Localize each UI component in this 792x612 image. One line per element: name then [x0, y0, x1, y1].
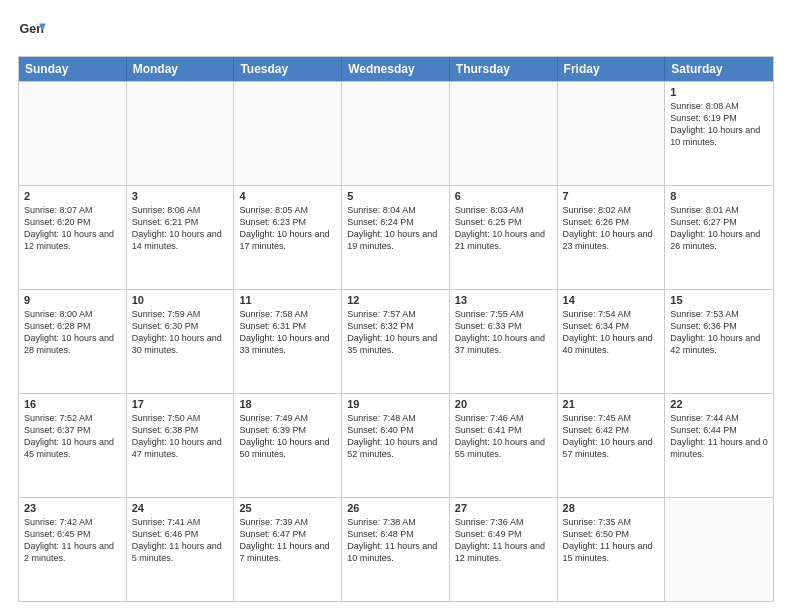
- day-number: 15: [670, 294, 768, 306]
- day-number: 26: [347, 502, 444, 514]
- day-number: 13: [455, 294, 552, 306]
- calendar-cell: 21Sunrise: 7:45 AM Sunset: 6:42 PM Dayli…: [558, 394, 666, 497]
- calendar-cell: [450, 82, 558, 185]
- cell-info: Sunrise: 7:45 AM Sunset: 6:42 PM Dayligh…: [563, 412, 660, 461]
- calendar-cell: 4Sunrise: 8:05 AM Sunset: 6:23 PM Daylig…: [234, 186, 342, 289]
- cell-info: Sunrise: 7:59 AM Sunset: 6:30 PM Dayligh…: [132, 308, 229, 357]
- calendar-cell: 28Sunrise: 7:35 AM Sunset: 6:50 PM Dayli…: [558, 498, 666, 601]
- calendar-day-header: Thursday: [450, 57, 558, 81]
- calendar-cell: 25Sunrise: 7:39 AM Sunset: 6:47 PM Dayli…: [234, 498, 342, 601]
- calendar-cell: 6Sunrise: 8:03 AM Sunset: 6:25 PM Daylig…: [450, 186, 558, 289]
- day-number: 9: [24, 294, 121, 306]
- cell-info: Sunrise: 7:42 AM Sunset: 6:45 PM Dayligh…: [24, 516, 121, 565]
- calendar-cell: 5Sunrise: 8:04 AM Sunset: 6:24 PM Daylig…: [342, 186, 450, 289]
- day-number: 2: [24, 190, 121, 202]
- calendar: SundayMondayTuesdayWednesdayThursdayFrid…: [18, 56, 774, 602]
- cell-info: Sunrise: 7:46 AM Sunset: 6:41 PM Dayligh…: [455, 412, 552, 461]
- calendar-cell: 7Sunrise: 8:02 AM Sunset: 6:26 PM Daylig…: [558, 186, 666, 289]
- day-number: 25: [239, 502, 336, 514]
- calendar-cell: 1Sunrise: 8:08 AM Sunset: 6:19 PM Daylig…: [665, 82, 773, 185]
- cell-info: Sunrise: 8:07 AM Sunset: 6:20 PM Dayligh…: [24, 204, 121, 253]
- day-number: 16: [24, 398, 121, 410]
- day-number: 20: [455, 398, 552, 410]
- calendar-day-header: Sunday: [19, 57, 127, 81]
- logo: Gen: [18, 18, 50, 46]
- calendar-cell: 9Sunrise: 8:00 AM Sunset: 6:28 PM Daylig…: [19, 290, 127, 393]
- day-number: 28: [563, 502, 660, 514]
- calendar-cell: 23Sunrise: 7:42 AM Sunset: 6:45 PM Dayli…: [19, 498, 127, 601]
- day-number: 18: [239, 398, 336, 410]
- calendar-body: 1Sunrise: 8:08 AM Sunset: 6:19 PM Daylig…: [19, 81, 773, 601]
- calendar-header: SundayMondayTuesdayWednesdayThursdayFrid…: [19, 57, 773, 81]
- cell-info: Sunrise: 8:04 AM Sunset: 6:24 PM Dayligh…: [347, 204, 444, 253]
- calendar-cell: 24Sunrise: 7:41 AM Sunset: 6:46 PM Dayli…: [127, 498, 235, 601]
- calendar-cell: [665, 498, 773, 601]
- cell-info: Sunrise: 8:05 AM Sunset: 6:23 PM Dayligh…: [239, 204, 336, 253]
- day-number: 17: [132, 398, 229, 410]
- day-number: 12: [347, 294, 444, 306]
- calendar-cell: 15Sunrise: 7:53 AM Sunset: 6:36 PM Dayli…: [665, 290, 773, 393]
- calendar-day-header: Tuesday: [234, 57, 342, 81]
- day-number: 21: [563, 398, 660, 410]
- calendar-cell: [127, 82, 235, 185]
- day-number: 14: [563, 294, 660, 306]
- calendar-cell: [234, 82, 342, 185]
- calendar-day-header: Friday: [558, 57, 666, 81]
- cell-info: Sunrise: 8:02 AM Sunset: 6:26 PM Dayligh…: [563, 204, 660, 253]
- day-number: 1: [670, 86, 768, 98]
- calendar-cell: 10Sunrise: 7:59 AM Sunset: 6:30 PM Dayli…: [127, 290, 235, 393]
- page-header: Gen: [18, 18, 774, 46]
- calendar-cell: 11Sunrise: 7:58 AM Sunset: 6:31 PM Dayli…: [234, 290, 342, 393]
- cell-info: Sunrise: 7:58 AM Sunset: 6:31 PM Dayligh…: [239, 308, 336, 357]
- day-number: 3: [132, 190, 229, 202]
- cell-info: Sunrise: 7:50 AM Sunset: 6:38 PM Dayligh…: [132, 412, 229, 461]
- calendar-row: 16Sunrise: 7:52 AM Sunset: 6:37 PM Dayli…: [19, 393, 773, 497]
- day-number: 11: [239, 294, 336, 306]
- cell-info: Sunrise: 7:52 AM Sunset: 6:37 PM Dayligh…: [24, 412, 121, 461]
- cell-info: Sunrise: 8:06 AM Sunset: 6:21 PM Dayligh…: [132, 204, 229, 253]
- logo-icon: Gen: [18, 18, 46, 46]
- calendar-row: 1Sunrise: 8:08 AM Sunset: 6:19 PM Daylig…: [19, 81, 773, 185]
- cell-info: Sunrise: 7:38 AM Sunset: 6:48 PM Dayligh…: [347, 516, 444, 565]
- cell-info: Sunrise: 7:39 AM Sunset: 6:47 PM Dayligh…: [239, 516, 336, 565]
- day-number: 6: [455, 190, 552, 202]
- cell-info: Sunrise: 7:54 AM Sunset: 6:34 PM Dayligh…: [563, 308, 660, 357]
- day-number: 10: [132, 294, 229, 306]
- day-number: 22: [670, 398, 768, 410]
- calendar-cell: 8Sunrise: 8:01 AM Sunset: 6:27 PM Daylig…: [665, 186, 773, 289]
- cell-info: Sunrise: 7:55 AM Sunset: 6:33 PM Dayligh…: [455, 308, 552, 357]
- calendar-cell: 27Sunrise: 7:36 AM Sunset: 6:49 PM Dayli…: [450, 498, 558, 601]
- day-number: 8: [670, 190, 768, 202]
- cell-info: Sunrise: 7:35 AM Sunset: 6:50 PM Dayligh…: [563, 516, 660, 565]
- cell-info: Sunrise: 7:57 AM Sunset: 6:32 PM Dayligh…: [347, 308, 444, 357]
- calendar-cell: 2Sunrise: 8:07 AM Sunset: 6:20 PM Daylig…: [19, 186, 127, 289]
- day-number: 24: [132, 502, 229, 514]
- cell-info: Sunrise: 7:41 AM Sunset: 6:46 PM Dayligh…: [132, 516, 229, 565]
- cell-info: Sunrise: 8:08 AM Sunset: 6:19 PM Dayligh…: [670, 100, 768, 149]
- day-number: 4: [239, 190, 336, 202]
- calendar-cell: 12Sunrise: 7:57 AM Sunset: 6:32 PM Dayli…: [342, 290, 450, 393]
- cell-info: Sunrise: 8:03 AM Sunset: 6:25 PM Dayligh…: [455, 204, 552, 253]
- cell-info: Sunrise: 8:01 AM Sunset: 6:27 PM Dayligh…: [670, 204, 768, 253]
- cell-info: Sunrise: 7:44 AM Sunset: 6:44 PM Dayligh…: [670, 412, 768, 461]
- day-number: 23: [24, 502, 121, 514]
- calendar-cell: 19Sunrise: 7:48 AM Sunset: 6:40 PM Dayli…: [342, 394, 450, 497]
- calendar-row: 2Sunrise: 8:07 AM Sunset: 6:20 PM Daylig…: [19, 185, 773, 289]
- calendar-cell: 17Sunrise: 7:50 AM Sunset: 6:38 PM Dayli…: [127, 394, 235, 497]
- cell-info: Sunrise: 8:00 AM Sunset: 6:28 PM Dayligh…: [24, 308, 121, 357]
- day-number: 19: [347, 398, 444, 410]
- day-number: 27: [455, 502, 552, 514]
- calendar-cell: 13Sunrise: 7:55 AM Sunset: 6:33 PM Dayli…: [450, 290, 558, 393]
- cell-info: Sunrise: 7:49 AM Sunset: 6:39 PM Dayligh…: [239, 412, 336, 461]
- calendar-cell: 26Sunrise: 7:38 AM Sunset: 6:48 PM Dayli…: [342, 498, 450, 601]
- calendar-cell: [558, 82, 666, 185]
- calendar-cell: 22Sunrise: 7:44 AM Sunset: 6:44 PM Dayli…: [665, 394, 773, 497]
- calendar-day-header: Monday: [127, 57, 235, 81]
- calendar-cell: 16Sunrise: 7:52 AM Sunset: 6:37 PM Dayli…: [19, 394, 127, 497]
- calendar-cell: 14Sunrise: 7:54 AM Sunset: 6:34 PM Dayli…: [558, 290, 666, 393]
- calendar-cell: [19, 82, 127, 185]
- cell-info: Sunrise: 7:48 AM Sunset: 6:40 PM Dayligh…: [347, 412, 444, 461]
- calendar-day-header: Wednesday: [342, 57, 450, 81]
- calendar-cell: [342, 82, 450, 185]
- calendar-row: 9Sunrise: 8:00 AM Sunset: 6:28 PM Daylig…: [19, 289, 773, 393]
